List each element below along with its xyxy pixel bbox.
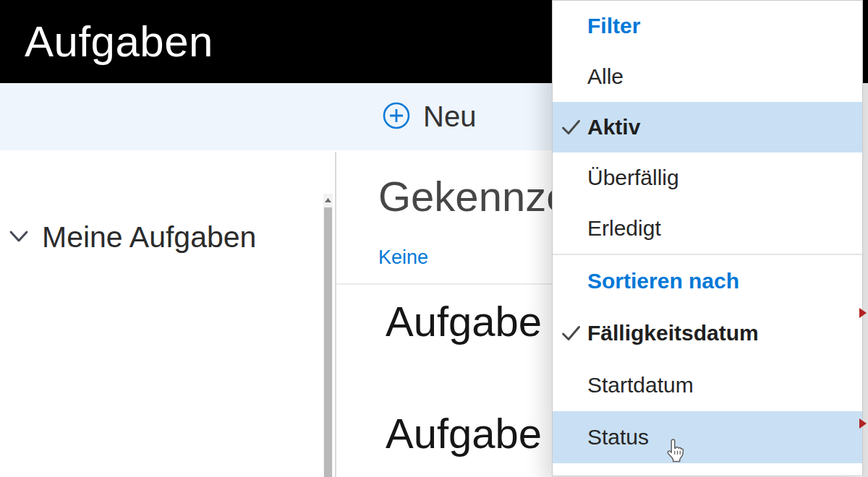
folder-sidebar: Meine Aufgaben (0, 150, 335, 477)
menu-item-alle[interactable]: Alle (553, 51, 862, 102)
menu-header-filter: Filter (553, 1, 862, 51)
menu-item-status[interactable]: Status (553, 411, 862, 463)
new-task-label: Neu (423, 100, 476, 133)
scroll-up-arrow-icon[interactable] (323, 194, 333, 206)
filter-sort-dropdown-menu: Filter Alle Aktiv Überfällig Erledigt So… (552, 0, 863, 476)
menu-item-ueberfaellig[interactable]: Überfällig (553, 152, 862, 203)
checkmark-icon (561, 325, 581, 342)
new-task-button[interactable]: Neu (382, 83, 476, 150)
menu-item-label: Fälligkeitsdatum (587, 321, 759, 345)
page-title: Aufgaben (25, 17, 213, 66)
menu-item-label: Aktiv (587, 115, 640, 139)
menu-item-aktiv[interactable]: Aktiv (553, 102, 862, 152)
sidebar-item-label: Meine Aufgaben (42, 220, 256, 254)
window-edge-header (863, 0, 868, 83)
sidebar-item-my-tasks[interactable]: Meine Aufgaben (0, 217, 318, 257)
task-list-item[interactable]: Aufgabe 1 (386, 409, 576, 457)
menu-item-faelligkeitsdatum[interactable]: Fälligkeitsdatum (553, 307, 862, 359)
menu-header-sortieren-nach: Sortieren nach (553, 255, 862, 307)
chevron-down-icon[interactable] (6, 229, 32, 245)
tasks-app-window: Aufgaben Neu Meine Aufgaben (0, 0, 868, 477)
flag-icon[interactable] (859, 418, 867, 429)
sidebar-scrollbar-thumb[interactable] (324, 207, 332, 477)
flag-icon[interactable] (859, 308, 867, 318)
circle-plus-icon (382, 101, 411, 133)
filter-summary-link[interactable]: Keine (378, 246, 428, 269)
sidebar-scrollbar-track[interactable] (323, 194, 333, 477)
menu-item-erledigt[interactable]: Erledigt (553, 203, 862, 254)
task-list-item[interactable]: Aufgabe 2 (386, 297, 576, 345)
menu-item-startdatum[interactable]: Startdatum (553, 359, 862, 411)
checkmark-icon (561, 119, 581, 136)
